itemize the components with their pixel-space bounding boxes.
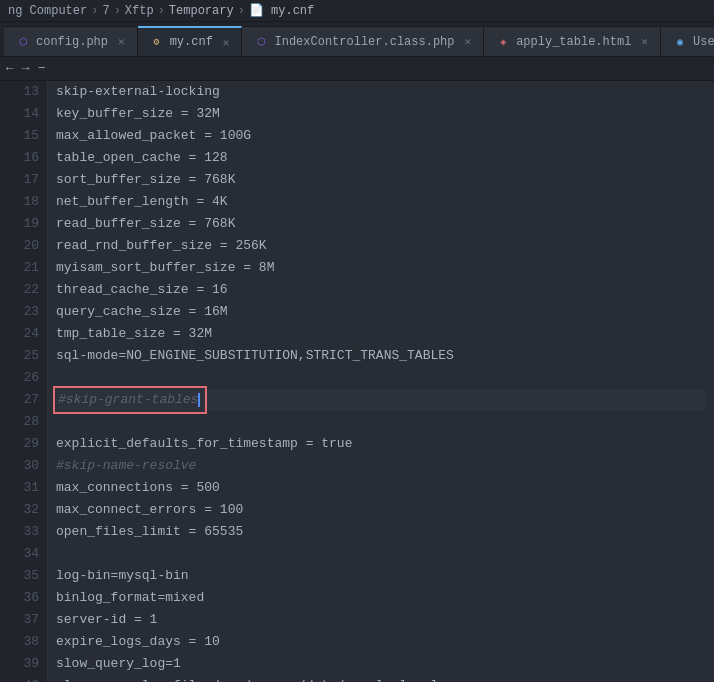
breadcrumb-item[interactable]: ng Computer — [8, 4, 87, 18]
line-number: 33 — [8, 521, 39, 543]
code-line: expire_logs_days = 10 — [56, 631, 706, 653]
breadcrumb-sep: › — [91, 4, 98, 18]
code-line — [56, 367, 706, 389]
line-number: 20 — [8, 235, 39, 257]
code-line — [56, 543, 706, 565]
tab-label: config.php — [36, 35, 108, 49]
back-icon[interactable]: ← — [6, 61, 14, 76]
line-number: 13 — [8, 81, 39, 103]
code-line: read_rnd_buffer_size = 256K — [56, 235, 706, 257]
code-line: skip-external-locking — [56, 81, 706, 103]
code-line: max_connections = 500 — [56, 477, 706, 499]
line-number: 30 — [8, 455, 39, 477]
close-icon[interactable]: ✕ — [465, 35, 472, 48]
tab-label: my.cnf — [170, 35, 213, 49]
breadcrumb-sep: › — [114, 4, 121, 18]
code-line: open_files_limit = 65535 — [56, 521, 706, 543]
close-icon[interactable]: ✕ — [223, 36, 230, 49]
line-number: 37 — [8, 609, 39, 631]
editor-area: 1314151617181920212223242526272829303132… — [0, 81, 714, 682]
minus-icon[interactable]: − — [38, 61, 46, 76]
tab-label: apply_table.html — [516, 35, 631, 49]
line-number: 35 — [8, 565, 39, 587]
line-number: 36 — [8, 587, 39, 609]
line-number: 14 — [8, 103, 39, 125]
line-number: 28 — [8, 411, 39, 433]
line-numbers: 1314151617181920212223242526272829303132… — [0, 81, 48, 682]
breadcrumb-file: 📄 my.cnf — [249, 3, 314, 18]
code-line: binlog_format=mixed — [56, 587, 706, 609]
tab-apply-table[interactable]: ◈ apply_table.html ✕ — [484, 26, 661, 56]
forward-icon[interactable]: → — [22, 61, 30, 76]
code-line: max_allowed_packet = 100G — [56, 125, 706, 147]
code-content[interactable]: skip-external-lockingkey_buffer_size = 3… — [48, 81, 714, 682]
text-cursor — [198, 393, 200, 407]
code-line: #skip-grant-tables — [56, 389, 706, 411]
line-number: 17 — [8, 169, 39, 191]
breadcrumb-item[interactable]: 7 — [102, 4, 109, 18]
tab-mycnf[interactable]: ⚙ my.cnf ✕ — [138, 26, 243, 56]
code-line: slow_query_log=1 — [56, 653, 706, 675]
line-number: 16 — [8, 147, 39, 169]
line-number: 39 — [8, 653, 39, 675]
breadcrumb-sep: › — [238, 4, 245, 18]
line-number: 26 — [8, 367, 39, 389]
code-line: sql-mode=NO_ENGINE_SUBSTITUTION,STRICT_T… — [56, 345, 706, 367]
line-number: 29 — [8, 433, 39, 455]
line-number: 18 — [8, 191, 39, 213]
line-number: 23 — [8, 301, 39, 323]
line-number: 31 — [8, 477, 39, 499]
line-number: 25 — [8, 345, 39, 367]
code-line: net_buffer_length = 4K — [56, 191, 706, 213]
user-icon: ◉ — [673, 35, 687, 49]
php-icon: ⬡ — [254, 35, 268, 49]
breadcrumb: ng Computer › 7 › Xftp › Temporary › 📄 m… — [8, 3, 314, 18]
code-line: tmp_table_size = 32M — [56, 323, 706, 345]
code-line: explicit_defaults_for_timestamp = true — [56, 433, 706, 455]
php-icon: ⬡ — [16, 35, 30, 49]
tab-index-controller[interactable]: ⬡ IndexController.class.php ✕ — [242, 26, 484, 56]
code-line: thread_cache_size = 16 — [56, 279, 706, 301]
code-line: myisam_sort_buffer_size = 8M — [56, 257, 706, 279]
code-line: read_buffer_size = 768K — [56, 213, 706, 235]
breadcrumb-item[interactable]: Xftp — [125, 4, 154, 18]
tab-usercon[interactable]: ◉ UserCon ✕ — [661, 26, 714, 56]
tab-label: IndexController.class.php — [274, 35, 454, 49]
tab-label: UserCon — [693, 35, 714, 49]
line-number: 38 — [8, 631, 39, 653]
line-number: 34 — [8, 543, 39, 565]
code-line: slow-query-log-file=/www/server/data/mys… — [56, 675, 706, 682]
line-number: 24 — [8, 323, 39, 345]
code-line: #skip-name-resolve — [56, 455, 706, 477]
highlighted-text: #skip-grant-tables — [56, 389, 204, 411]
code-line: key_buffer_size = 32M — [56, 103, 706, 125]
line-number: 40 — [8, 675, 39, 682]
breadcrumb-bar: ng Computer › 7 › Xftp › Temporary › 📄 m… — [0, 0, 714, 22]
close-icon[interactable]: ✕ — [641, 35, 648, 48]
cnf-icon: ⚙ — [150, 35, 164, 49]
code-line: sort_buffer_size = 768K — [56, 169, 706, 191]
breadcrumb-sep: › — [158, 4, 165, 18]
code-line: query_cache_size = 16M — [56, 301, 706, 323]
line-number: 21 — [8, 257, 39, 279]
tab-config-php[interactable]: ⬡ config.php ✕ — [4, 26, 138, 56]
toolbar: ← → − — [0, 57, 714, 81]
close-icon[interactable]: ✕ — [118, 35, 125, 48]
html-icon: ◈ — [496, 35, 510, 49]
code-line: log-bin=mysql-bin — [56, 565, 706, 587]
line-number: 27 — [8, 389, 39, 411]
code-line: max_connect_errors = 100 — [56, 499, 706, 521]
line-number: 32 — [8, 499, 39, 521]
code-line: server-id = 1 — [56, 609, 706, 631]
line-number: 15 — [8, 125, 39, 147]
line-number: 22 — [8, 279, 39, 301]
tab-bar: ⬡ config.php ✕ ⚙ my.cnf ✕ ⬡ IndexControl… — [0, 22, 714, 57]
line-number: 19 — [8, 213, 39, 235]
code-line: table_open_cache = 128 — [56, 147, 706, 169]
breadcrumb-item[interactable]: Temporary — [169, 4, 234, 18]
code-line — [56, 411, 706, 433]
